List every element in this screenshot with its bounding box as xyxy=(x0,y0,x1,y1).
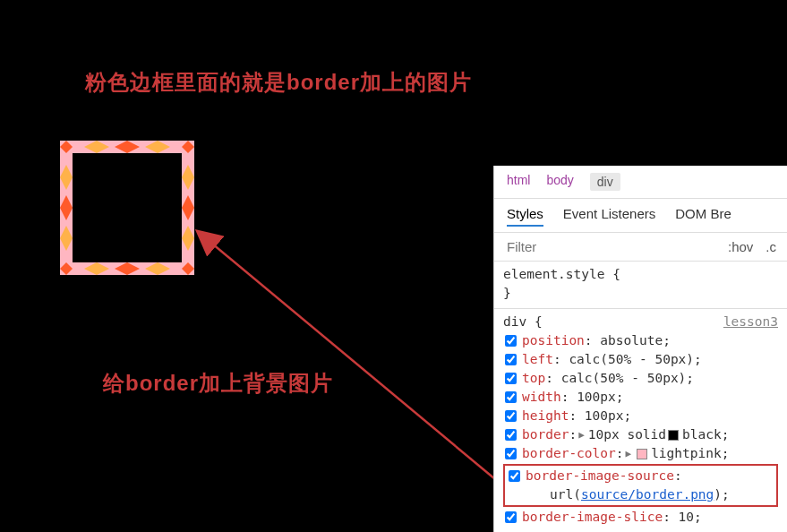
devtools-panel: html body div Styles Event Listeners DOM… xyxy=(493,166,787,532)
preview-pane: 粉色边框里面的就是border加上的图片 xyxy=(0,0,493,532)
svg-marker-13 xyxy=(115,141,140,153)
svg-marker-8 xyxy=(145,262,170,275)
decl-toggle[interactable] xyxy=(505,354,517,365)
rule-element-style[interactable]: element.style { } xyxy=(494,262,787,309)
source-link[interactable]: lesson3 xyxy=(723,313,778,331)
svg-marker-5 xyxy=(84,141,109,153)
svg-marker-12 xyxy=(182,226,194,251)
decl-top[interactable]: top: calc(50% - 50px); xyxy=(503,369,778,388)
decl-border-image-source-value[interactable]: url(source/border.png); xyxy=(507,485,774,504)
decl-border[interactable]: border:▶10px solid black; xyxy=(503,425,778,444)
expand-icon[interactable]: ▶ xyxy=(626,447,632,461)
decl-border-image-source[interactable]: border-image-source: xyxy=(507,467,774,485)
svg-marker-3 xyxy=(60,262,73,275)
selector-div: div xyxy=(503,314,526,329)
tab-dom-breakpoints[interactable]: DOM Bre xyxy=(675,206,731,227)
decl-toggle[interactable] xyxy=(509,470,520,482)
styles-filter-input[interactable] xyxy=(505,238,728,255)
tab-styles[interactable]: Styles xyxy=(507,206,543,227)
decl-border-color[interactable]: border-color:▶lightpink; xyxy=(503,444,778,463)
svg-marker-10 xyxy=(60,226,73,251)
decl-toggle[interactable] xyxy=(505,410,517,422)
crumb-body[interactable]: body xyxy=(546,173,573,191)
url-link[interactable]: source/border.png xyxy=(581,485,714,504)
svg-marker-11 xyxy=(182,165,194,190)
devtools-tabs: Styles Event Listeners DOM Bre xyxy=(494,199,787,233)
svg-marker-6 xyxy=(145,141,170,153)
decl-toggle[interactable] xyxy=(505,373,517,384)
demo-bordered-box xyxy=(60,141,194,275)
cls-toggle[interactable]: .c xyxy=(766,239,776,254)
svg-marker-4 xyxy=(182,262,194,275)
decl-toggle[interactable] xyxy=(505,429,517,441)
highlighted-declaration: border-image-source: url(source/border.p… xyxy=(503,464,778,507)
rule-div[interactable]: div { lesson3 position: absolute; left: … xyxy=(494,309,787,532)
headline-text: 粉色边框里面的就是border加上的图片 xyxy=(85,68,472,97)
svg-marker-16 xyxy=(182,195,194,220)
decl-border-image-slice[interactable]: border-image-slice: 10; xyxy=(503,508,778,527)
decl-height[interactable]: height: 100px; xyxy=(503,407,778,425)
crumb-div[interactable]: div xyxy=(590,173,620,191)
svg-marker-9 xyxy=(60,165,73,190)
decl-toggle[interactable] xyxy=(505,391,517,403)
tab-event-listeners[interactable]: Event Listeners xyxy=(563,206,655,227)
svg-marker-15 xyxy=(60,195,73,220)
svg-marker-7 xyxy=(84,262,109,275)
decl-toggle[interactable] xyxy=(505,511,517,523)
border-image-pattern xyxy=(60,141,194,275)
svg-marker-2 xyxy=(182,141,194,153)
dom-breadcrumb: html body div xyxy=(494,166,787,199)
color-swatch-lightpink[interactable] xyxy=(637,449,647,459)
crumb-html[interactable]: html xyxy=(507,173,530,191)
selector-element-style: element.style xyxy=(503,267,605,281)
decl-toggle[interactable] xyxy=(505,448,517,459)
decl-width[interactable]: width: 100px; xyxy=(503,388,778,407)
color-swatch-black[interactable] xyxy=(668,430,679,441)
hov-toggle[interactable]: :hov xyxy=(728,239,753,254)
decl-left[interactable]: left: calc(50% - 50px); xyxy=(503,350,778,369)
styles-filter-row: :hov .c xyxy=(494,233,787,262)
expand-icon[interactable]: ▶ xyxy=(578,428,585,442)
decl-toggle[interactable] xyxy=(505,335,517,347)
decl-position[interactable]: position: absolute; xyxy=(503,331,778,350)
svg-marker-1 xyxy=(60,141,73,153)
css-rules: element.style { } div { lesson3 position… xyxy=(494,262,787,532)
svg-marker-14 xyxy=(115,262,140,275)
annotation-text: 给border加上背景图片 xyxy=(103,369,333,398)
svg-rect-0 xyxy=(60,141,194,275)
